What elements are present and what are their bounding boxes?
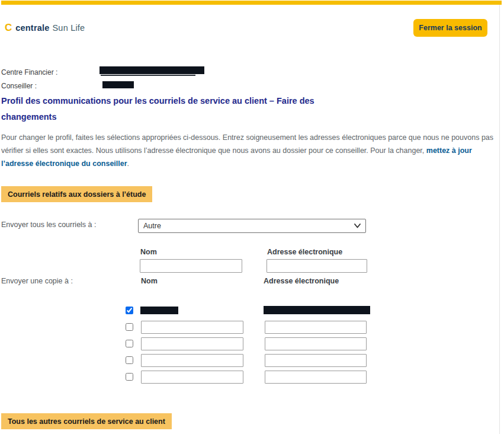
copy-recipient-redacted-name [140, 307, 178, 314]
copy-recipient-email-input[interactable] [265, 354, 367, 367]
copy-recipient-row [0, 337, 504, 354]
primary-name-header: Nom [140, 248, 157, 256]
copy-recipient-name-input[interactable] [141, 321, 243, 334]
copy-recipient-row [0, 321, 504, 337]
copy-recipient-email-input[interactable] [265, 371, 367, 384]
intro-text: Pour changer le profil, faites les sélec… [1, 133, 493, 155]
send-all-emails-label: Envoyer tous les courriels à : [1, 221, 97, 229]
copy-recipient-email-input[interactable] [265, 321, 367, 334]
primary-email-input[interactable] [267, 259, 367, 273]
page: C centrale Sun Life Fermer la session Ce… [0, 0, 504, 434]
sunlife-sun-icon: C [5, 22, 12, 34]
copy-recipient-checkbox[interactable] [126, 307, 133, 314]
logout-button[interactable]: Fermer la session [413, 19, 487, 37]
copy-email-header: Adresse électronique [264, 277, 339, 285]
copy-recipient-redacted-email [264, 306, 370, 314]
financial-centre-label: Centre Financier : [1, 68, 57, 76]
sunlife-logo: C centrale Sun Life [5, 22, 85, 34]
copy-recipient-checkbox[interactable] [126, 356, 133, 364]
page-title: Profil des communications pour les courr… [1, 93, 345, 125]
financial-centre-redacted-value [99, 66, 204, 74]
copy-recipient-checkbox[interactable] [126, 340, 133, 347]
send-copy-label: Envoyer une copie à : [1, 277, 73, 285]
primary-name-input[interactable] [140, 259, 242, 273]
copy-recipient-checkbox[interactable] [126, 323, 133, 331]
copy-recipient-name-input[interactable] [141, 337, 243, 350]
copy-recipient-row [0, 354, 504, 371]
logo-centrale-label: centrale [15, 23, 49, 33]
copy-recipient-email-input[interactable] [265, 337, 367, 350]
advisor-label: Conseiller : [1, 82, 37, 90]
copy-recipient-checkbox[interactable] [126, 373, 133, 381]
brand-top-bar [1, 1, 502, 5]
copy-recipient-row [0, 304, 504, 321]
advisor-redacted-value [102, 81, 134, 88]
send-all-emails-select[interactable]: Autre [138, 219, 366, 233]
section-header-pending-emails: Courriels relatifs aux dossiers à l’étud… [1, 186, 152, 202]
intro-paragraph: Pour changer le profil, faites les sélec… [1, 131, 499, 170]
copy-recipient-name-input[interactable] [141, 354, 243, 367]
copy-recipients-list [0, 304, 504, 387]
intro-text-end: . [127, 159, 129, 168]
primary-email-header: Adresse électronique [267, 248, 342, 256]
copy-recipient-name-input[interactable] [141, 371, 243, 384]
copy-recipient-row [0, 371, 504, 387]
copy-name-header: Nom [141, 277, 158, 285]
logo-sunlife-label: Sun Life [53, 23, 85, 33]
section-header-other-emails: Tous les autres courriels de service au … [1, 413, 172, 429]
